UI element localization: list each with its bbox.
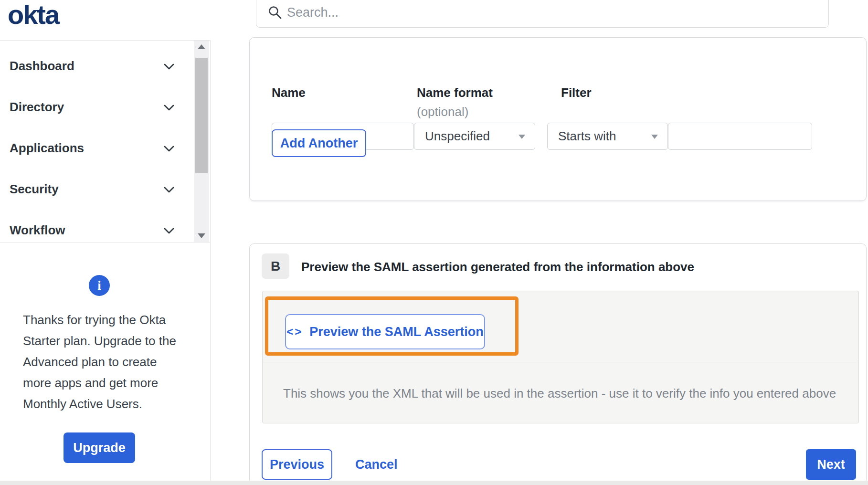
chevron-down-icon [164, 63, 174, 72]
sidebar-item-dashboard[interactable]: Dashboard [0, 45, 211, 86]
name-format-column-header: Name format [417, 85, 493, 100]
upsell-message: Thanks for trying the Okta Starter plan.… [23, 309, 183, 414]
next-button[interactable]: Next [806, 449, 856, 480]
filter-operator-select[interactable]: Starts with [547, 123, 668, 150]
sidebar-item-directory[interactable]: Directory [0, 86, 211, 127]
caret-down-icon [519, 135, 525, 139]
okta-admin-window: okta Dashboard Directory Applications [0, 0, 868, 485]
scrollbar-thumb[interactable] [195, 58, 208, 173]
search-icon [268, 5, 282, 21]
preview-panel-top: <> Preview the SAML Assertion [263, 291, 858, 362]
name-column-header: Name [272, 85, 306, 100]
step-b-badge: B [262, 253, 289, 279]
sidebar-item-label: Workflow [10, 223, 65, 238]
cancel-link[interactable]: Cancel [355, 449, 398, 480]
upgrade-button[interactable]: Upgrade [64, 432, 135, 463]
okta-logo: okta [8, 0, 59, 30]
name-format-selected-value: Unspecified [425, 129, 490, 144]
sidebar-nav: Dashboard Directory Applications Securit… [0, 40, 211, 242]
preview-section-title: Preview the SAML assertion generated fro… [301, 260, 694, 274]
scroll-down-button[interactable] [194, 230, 209, 242]
chevron-down-icon [164, 186, 174, 195]
sidebar-item-label: Security [10, 182, 59, 197]
chevron-down-icon [164, 104, 174, 113]
sidebar-item-applications[interactable]: Applications [0, 127, 211, 169]
bottom-scrollbar-strip [0, 481, 868, 485]
chevron-down-icon [164, 145, 174, 154]
name-format-select[interactable]: Unspecified [414, 123, 535, 150]
preview-button-label: Preview the SAML Assertion [309, 325, 484, 339]
preview-saml-assertion-button[interactable]: <> Preview the SAML Assertion [285, 314, 485, 349]
sidebar-item-label: Directory [10, 100, 64, 115]
saml-preview-card: B Preview the SAML assertion generated f… [249, 243, 867, 485]
triangle-up-icon [198, 44, 205, 49]
search-input[interactable] [287, 0, 812, 24]
code-brackets-icon: <> [286, 325, 303, 338]
sidebar-item-label: Dashboard [10, 59, 74, 74]
sidebar-item-label: Applications [10, 141, 84, 156]
global-search [256, 0, 829, 28]
filter-operator-selected-value: Starts with [558, 129, 616, 144]
previous-button[interactable]: Previous [262, 449, 332, 480]
sidebar-item-workflow[interactable]: Workflow [0, 210, 211, 251]
filter-value-input[interactable] [668, 123, 812, 150]
add-another-button[interactable]: Add Another [272, 129, 366, 157]
filter-column-header: Filter [561, 85, 592, 100]
sidebar-scrollbar[interactable] [194, 41, 209, 242]
info-icon: i [89, 275, 110, 296]
scroll-up-button[interactable] [194, 41, 209, 53]
sidebar-content-divider [210, 40, 211, 481]
attribute-statements-card: Name Name format (optional) Filter Unspe… [249, 37, 867, 201]
name-format-optional-note: (optional) [417, 105, 468, 119]
preview-description: This shows you the XML that will be used… [263, 363, 858, 424]
chevron-down-icon [164, 227, 174, 236]
sidebar-item-security[interactable]: Security [0, 169, 211, 210]
caret-down-icon [651, 135, 658, 139]
triangle-down-icon [198, 233, 205, 238]
preview-panel: <> Preview the SAML Assertion This shows… [262, 291, 859, 423]
